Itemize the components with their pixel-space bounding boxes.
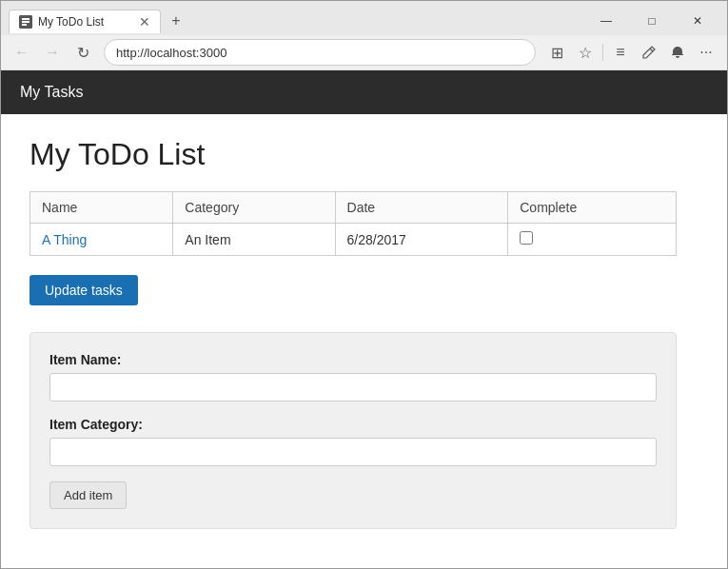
item-name-label: Item Name: xyxy=(49,352,657,367)
todo-table: Name Category Date Complete A ThingAn It… xyxy=(30,191,677,256)
back-button[interactable]: ← xyxy=(9,39,35,66)
nav-bar: ← → ↻ ⊞ ☆ ≡ ··· xyxy=(1,35,727,70)
app-content: My ToDo List Name Category Date Complete… xyxy=(1,114,727,552)
cell-name[interactable]: A Thing xyxy=(30,224,173,256)
close-button[interactable]: ✕ xyxy=(676,7,719,35)
update-tasks-button[interactable]: Update tasks xyxy=(30,275,138,305)
cell-category: An Item xyxy=(173,224,335,256)
item-category-label: Item Category: xyxy=(49,417,657,432)
item-category-group: Item Category: xyxy=(49,417,657,466)
nav-divider xyxy=(602,44,603,61)
complete-checkbox[interactable] xyxy=(520,231,533,245)
svg-rect-1 xyxy=(22,18,30,20)
table-header-row: Name Category Date Complete xyxy=(30,192,677,224)
cell-complete[interactable] xyxy=(508,224,677,256)
tab-favicon xyxy=(19,15,32,29)
col-name: Name xyxy=(30,192,173,224)
bell-icon[interactable] xyxy=(664,39,691,66)
reader-icon[interactable]: ⊞ xyxy=(543,39,570,66)
col-category: Category xyxy=(173,192,335,224)
edit-icon[interactable] xyxy=(636,39,662,66)
app-header-title: My Tasks xyxy=(20,84,83,100)
more-icon[interactable]: ··· xyxy=(693,39,719,66)
tab-title: My ToDo List xyxy=(38,15,133,29)
tab-bar: My ToDo List ✕ + — □ ✕ xyxy=(1,1,727,35)
item-name-input[interactable] xyxy=(49,373,657,402)
new-tab-button[interactable]: + xyxy=(165,10,187,32)
tab-close-button[interactable]: ✕ xyxy=(139,15,150,29)
minimize-button[interactable]: — xyxy=(584,7,628,35)
active-tab[interactable]: My ToDo List ✕ xyxy=(9,10,161,33)
browser-content: My Tasks My ToDo List Name Category Date… xyxy=(1,70,727,568)
add-item-button[interactable]: Add item xyxy=(49,481,127,509)
star-icon[interactable]: ☆ xyxy=(572,39,599,66)
forward-button[interactable]: → xyxy=(39,39,66,66)
svg-rect-2 xyxy=(22,21,30,23)
add-item-form: Item Name: Item Category: Add item xyxy=(30,332,677,529)
table-row: A ThingAn Item6/28/2017 xyxy=(30,224,677,256)
cell-date: 6/28/2017 xyxy=(335,224,508,256)
reload-button[interactable]: ↻ xyxy=(69,39,96,66)
address-bar[interactable] xyxy=(104,39,536,66)
window-controls: — □ ✕ xyxy=(584,7,719,35)
col-date: Date xyxy=(335,192,508,224)
page-title: My ToDo List xyxy=(30,137,698,172)
maximize-button[interactable]: □ xyxy=(630,7,674,35)
item-category-input[interactable] xyxy=(49,438,657,466)
nav-icons: ⊞ ☆ ≡ ··· xyxy=(543,39,719,66)
hamburger-icon[interactable]: ≡ xyxy=(607,39,634,66)
item-name-group: Item Name: xyxy=(49,352,657,402)
app-header: My Tasks xyxy=(1,70,727,114)
col-complete: Complete xyxy=(508,192,677,224)
browser-window: My ToDo List ✕ + — □ ✕ ← → ↻ ⊞ ☆ ≡ ··· xyxy=(0,0,728,569)
svg-rect-3 xyxy=(22,24,27,26)
